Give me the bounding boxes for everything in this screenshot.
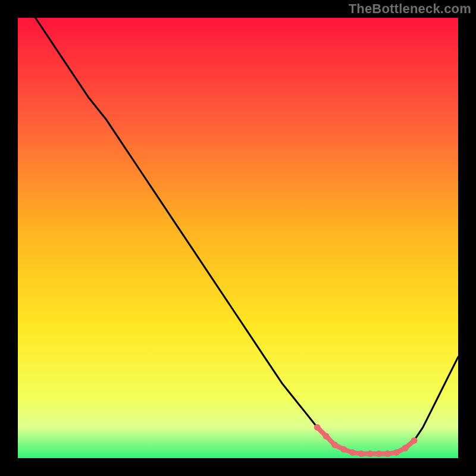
- margin-left: [0, 0, 18, 476]
- margin-right: [458, 0, 476, 476]
- valley-marker: [331, 441, 338, 448]
- watermark-text: TheBottleneck.com: [349, 1, 471, 17]
- valley-marker: [349, 449, 356, 456]
- bottleneck-chart: [0, 0, 476, 476]
- chart-frame: TheBottleneck.com: [0, 0, 476, 476]
- valley-marker: [367, 450, 374, 457]
- valley-marker: [393, 449, 400, 456]
- valley-marker: [402, 445, 409, 452]
- valley-marker: [411, 437, 418, 444]
- margin-bottom: [0, 458, 476, 476]
- valley-marker: [314, 424, 321, 431]
- valley-marker: [358, 450, 365, 457]
- valley-marker: [323, 433, 330, 440]
- valley-marker: [375, 450, 382, 457]
- valley-marker: [384, 450, 391, 457]
- valley-marker: [340, 446, 347, 453]
- plot-background: [18, 18, 458, 458]
